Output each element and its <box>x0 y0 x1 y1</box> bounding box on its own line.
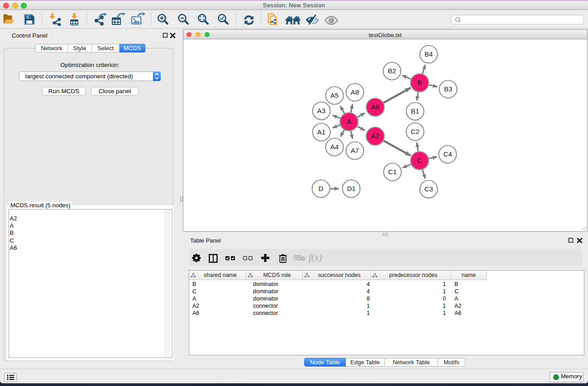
svg-text:A5: A5 <box>330 91 339 99</box>
svg-text:A6: A6 <box>371 103 379 111</box>
svg-text:B: B <box>417 79 422 86</box>
svg-text:B4: B4 <box>425 50 433 58</box>
svg-text:C1: C1 <box>388 168 397 176</box>
svg-text:B3: B3 <box>444 85 452 93</box>
svg-text:B1: B1 <box>411 107 419 115</box>
svg-text:C3: C3 <box>424 185 433 193</box>
svg-text:C: C <box>417 157 422 164</box>
svg-text:C2: C2 <box>411 128 419 135</box>
svg-text:A8: A8 <box>351 88 359 96</box>
svg-text:C4: C4 <box>443 150 452 158</box>
svg-text:A7: A7 <box>351 147 359 154</box>
svg-text:B2: B2 <box>388 67 396 75</box>
svg-text:D: D <box>319 185 324 192</box>
svg-text:A2: A2 <box>371 132 379 140</box>
svg-text:A3: A3 <box>317 107 325 114</box>
svg-text:A: A <box>347 118 351 125</box>
svg-text:A4: A4 <box>330 143 339 151</box>
svg-text:D1: D1 <box>347 185 355 192</box>
svg-text:A1: A1 <box>317 128 325 136</box>
